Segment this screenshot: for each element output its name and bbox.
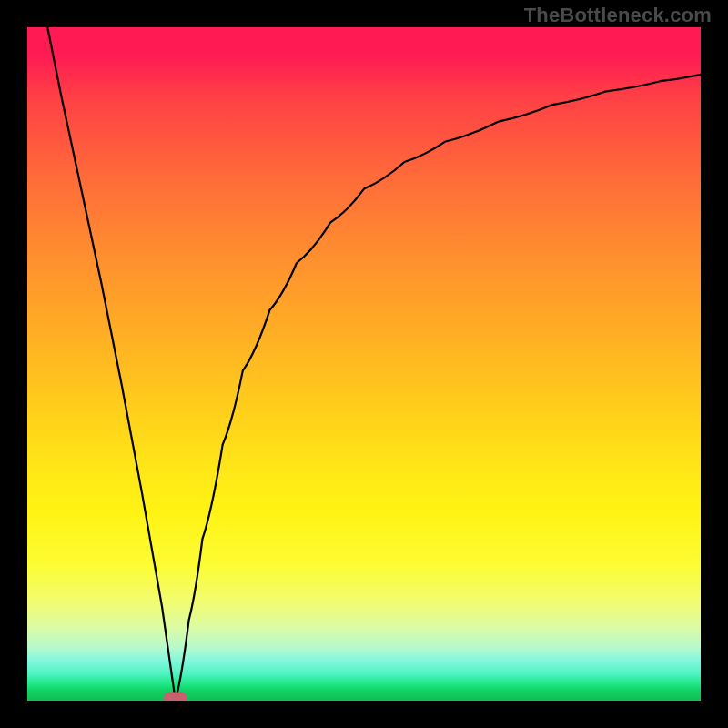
bottleneck-curve: [47, 27, 701, 701]
curve-svg: [27, 27, 701, 701]
optimum-marker: [164, 693, 187, 702]
chart-frame: TheBottleneck.com: [0, 0, 728, 728]
watermark-text: TheBottleneck.com: [524, 4, 712, 27]
plot-area: [27, 27, 701, 701]
